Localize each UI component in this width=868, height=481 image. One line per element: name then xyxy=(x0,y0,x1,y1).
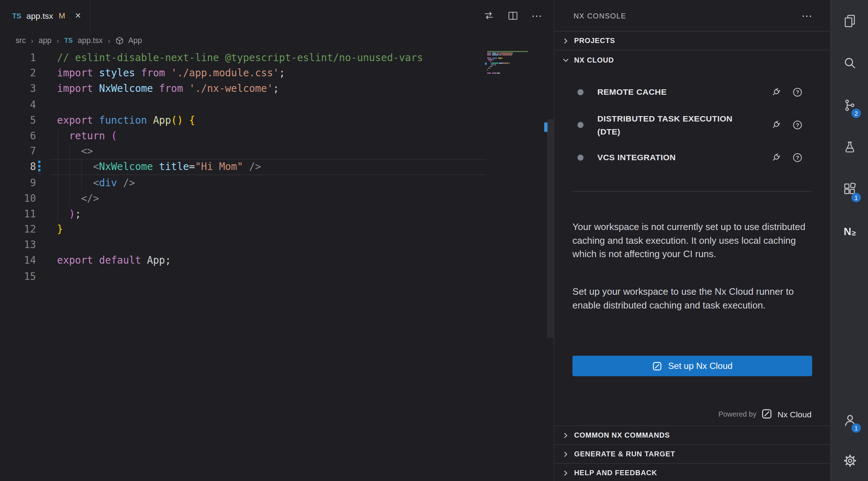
section-label: PROJECTS xyxy=(574,37,615,45)
breadcrumb-item-app[interactable]: app xyxy=(39,36,52,45)
status-dot xyxy=(577,89,584,95)
minimap[interactable] xyxy=(487,51,542,76)
feature-label: REMOTE CACHE xyxy=(597,85,667,99)
chevron-right-icon xyxy=(561,431,570,440)
vscode-window: TS app.tsx M × ⋯ src xyxy=(0,0,868,481)
chevron-right-icon xyxy=(561,468,570,477)
chevron-down-icon xyxy=(561,56,570,65)
connect-icon[interactable] xyxy=(771,87,781,97)
git-modified-badge: M xyxy=(59,11,65,20)
setup-hint-text: Set up your workspace to use the Nx Clou… xyxy=(572,285,809,312)
editor-group: TS app.tsx M × ⋯ src xyxy=(0,0,554,481)
breadcrumb-item-src[interactable]: src xyxy=(16,36,26,45)
connect-icon[interactable] xyxy=(771,120,781,130)
tab-bar: TS app.tsx M × ⋯ xyxy=(0,0,554,31)
section-generate-run-target[interactable]: GENERATE & RUN TARGET xyxy=(554,444,830,463)
indent-guide xyxy=(57,128,58,222)
typescript-file-icon: TS xyxy=(64,37,73,44)
symbol-cube-icon xyxy=(115,36,123,44)
feature-dte: DISTRIBUTED TASK EXECUTION (DTE) ? xyxy=(554,108,830,141)
chevron-separator: › xyxy=(31,36,34,45)
divider xyxy=(572,191,812,192)
nx-cloud-logo-icon xyxy=(652,361,662,371)
explorer-icon[interactable] xyxy=(831,0,868,42)
settings-gear-icon[interactable] xyxy=(831,440,868,481)
powered-by: Powered by Nx Cloud xyxy=(718,406,812,422)
source-control-icon[interactable]: 2 xyxy=(831,84,868,126)
breadcrumb: src › app › TS app.tsx › App xyxy=(0,31,142,50)
panel-title: NX CONSOLE xyxy=(573,11,626,20)
chevron-right-icon xyxy=(561,450,570,459)
nx-cloud-logo-icon xyxy=(761,408,773,420)
editor-actions: ⋯ xyxy=(483,0,542,31)
split-editor-icon[interactable] xyxy=(508,10,518,21)
chevron-separator: › xyxy=(56,36,59,45)
gutter: 123456789101112131415 xyxy=(0,50,50,284)
source-control-badge: 2 xyxy=(851,108,861,118)
section-help-and-feedback[interactable]: HELP AND FEEDBACK xyxy=(554,463,830,481)
svg-text:?: ? xyxy=(796,154,799,160)
chevron-right-icon xyxy=(561,36,570,45)
svg-text:?: ? xyxy=(796,122,799,128)
code-lines[interactable]: // eslint-disable-next-line @typescript-… xyxy=(50,50,486,284)
feature-label: VCS INTEGRATION xyxy=(597,151,676,164)
feature-remote-cache: REMOTE CACHE ? xyxy=(554,80,830,104)
nx-logo-n: N xyxy=(844,226,851,238)
feature-label: DISTRIBUTED TASK EXECUTION (DTE) xyxy=(597,112,736,139)
section-nx-cloud[interactable]: NX CLOUD xyxy=(554,50,830,70)
more-actions-icon[interactable]: ⋯ xyxy=(802,9,813,22)
typescript-file-icon: TS xyxy=(12,11,21,20)
section-label: HELP AND FEEDBACK xyxy=(574,469,657,477)
help-icon[interactable]: ? xyxy=(792,120,803,130)
chevron-separator: › xyxy=(108,36,111,45)
section-common-nx-commands[interactable]: COMMON NX COMMANDS xyxy=(554,426,830,444)
section-label: COMMON NX COMMANDS xyxy=(574,431,670,439)
help-icon[interactable]: ? xyxy=(792,87,803,97)
setup-button-label: Set up Nx Cloud xyxy=(668,361,733,371)
breadcrumb-item-file[interactable]: app.tsx xyxy=(78,36,103,45)
indent-guide xyxy=(69,144,70,207)
tab-title: app.tsx xyxy=(26,11,53,20)
editor-scrollbar[interactable] xyxy=(547,119,554,338)
extensions-badge: 1 xyxy=(851,193,861,202)
powered-by-label: Powered by xyxy=(718,410,756,418)
section-label: GENERATE & RUN TARGET xyxy=(574,450,675,458)
setup-nx-cloud-button[interactable]: Set up Nx Cloud xyxy=(572,356,812,376)
connect-icon[interactable] xyxy=(771,152,781,163)
activity-bar: 2 1 N≥ 1 xyxy=(830,0,868,481)
section-label: NX CLOUD xyxy=(574,56,614,64)
section-projects[interactable]: PROJECTS xyxy=(554,31,830,50)
breadcrumb-item-symbol[interactable]: App xyxy=(128,36,142,45)
account-badge: 1 xyxy=(851,423,861,433)
nx-console-icon[interactable]: N≥ xyxy=(831,210,868,252)
open-changes-icon[interactable] xyxy=(483,10,494,21)
account-icon[interactable]: 1 xyxy=(831,399,868,441)
close-icon[interactable]: × xyxy=(75,10,81,21)
panel-header: NX CONSOLE ⋯ xyxy=(554,0,830,31)
more-actions-icon[interactable]: ⋯ xyxy=(532,9,543,22)
tab-app-tsx[interactable]: TS app.tsx M × xyxy=(0,0,90,31)
code-editor: 123456789101112131415 // eslint-disable-… xyxy=(0,50,554,481)
nx-console-panel: NX CONSOLE ⋯ PROJECTS NX CLOUD REMOTE CA… xyxy=(554,0,830,481)
nx-logo-geq: ≥ xyxy=(852,229,856,237)
status-dot xyxy=(577,122,584,128)
workspace-status-text: Your workspace is not currently set up t… xyxy=(572,221,809,261)
help-icon[interactable]: ? xyxy=(792,152,803,163)
status-dot xyxy=(577,154,584,161)
testing-beaker-icon[interactable] xyxy=(831,126,868,168)
brand-name: Nx Cloud xyxy=(777,409,812,418)
svg-text:?: ? xyxy=(796,89,799,95)
search-icon[interactable] xyxy=(831,42,868,84)
extensions-icon[interactable]: 1 xyxy=(831,169,868,210)
indent-guide xyxy=(81,160,82,191)
minimap-modified-mark xyxy=(485,63,487,65)
feature-vcs-integration: VCS INTEGRATION ? xyxy=(554,145,830,169)
